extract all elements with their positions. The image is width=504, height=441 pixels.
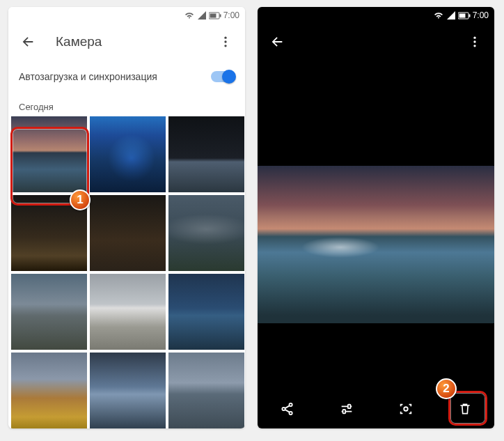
photo-thumb[interactable] — [90, 353, 166, 428]
back-button[interactable] — [15, 29, 40, 54]
viewer-toolbar — [258, 24, 494, 60]
photo-thumb[interactable] — [90, 116, 166, 192]
svg-rect-1 — [210, 13, 216, 17]
svg-point-17 — [404, 407, 408, 411]
svg-point-4 — [224, 40, 226, 42]
photo-thumb[interactable] — [90, 274, 166, 350]
svg-point-13 — [289, 403, 292, 406]
battery-icon — [209, 12, 221, 20]
svg-rect-2 — [219, 14, 221, 17]
wifi-icon — [184, 11, 195, 20]
svg-point-12 — [282, 408, 285, 410]
more-button[interactable] — [462, 29, 487, 54]
wifi-icon — [433, 11, 444, 20]
toolbar: Камера — [8, 24, 245, 60]
status-bar: 7:00 — [8, 7, 245, 24]
svg-rect-16 — [342, 410, 345, 414]
svg-point-5 — [224, 45, 226, 47]
svg-point-10 — [473, 40, 475, 42]
photo-thumb[interactable] — [11, 274, 87, 350]
photo-viewer[interactable] — [258, 60, 494, 428]
status-bar: 7:00 — [258, 7, 494, 24]
more-button[interactable] — [213, 29, 238, 54]
toggle-switch[interactable] — [211, 71, 235, 82]
photo-grid — [8, 116, 245, 428]
section-header: Сегодня — [8, 93, 245, 116]
svg-point-9 — [473, 37, 475, 39]
photo-thumb[interactable] — [11, 353, 87, 428]
svg-rect-7 — [459, 13, 465, 17]
photo-thumb[interactable] — [168, 195, 244, 271]
signal-icon — [197, 11, 207, 20]
edit-button[interactable] — [334, 396, 359, 421]
backup-sync-row[interactable]: Автозагрузка и синхронизация — [8, 60, 245, 93]
svg-point-11 — [473, 45, 475, 47]
svg-rect-15 — [347, 405, 350, 409]
photo-full[interactable] — [258, 166, 494, 323]
photo-thumb[interactable] — [168, 274, 244, 350]
svg-rect-8 — [468, 14, 470, 17]
signal-icon — [446, 11, 456, 20]
clock: 7:00 — [473, 10, 489, 20]
page-title: Камера — [40, 34, 213, 49]
lens-button[interactable] — [393, 396, 418, 421]
action-bar — [258, 389, 494, 428]
phone-gallery: 7:00 Камера Автозагрузка и синхронизация… — [8, 7, 245, 428]
photo-thumb[interactable] — [90, 195, 166, 271]
phone-viewer: 7:00 2 — [258, 7, 494, 428]
photo-thumb[interactable] — [168, 116, 244, 192]
delete-button[interactable] — [452, 396, 478, 421]
photo-thumb[interactable] — [11, 195, 87, 271]
clock: 7:00 — [223, 10, 239, 20]
svg-point-3 — [224, 37, 226, 39]
photo-thumb[interactable] — [11, 116, 87, 192]
battery-icon — [458, 12, 471, 20]
photo-thumb[interactable] — [168, 353, 244, 428]
setting-label: Автозагрузка и синхронизация — [19, 71, 211, 82]
back-button[interactable] — [265, 29, 290, 54]
share-button[interactable] — [275, 396, 300, 421]
svg-point-14 — [289, 412, 292, 415]
